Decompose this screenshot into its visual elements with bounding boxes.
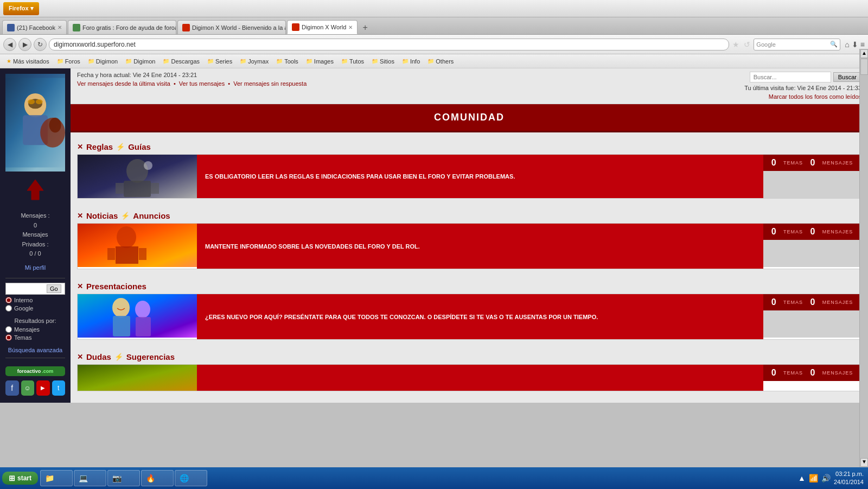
bookmark-tutos[interactable]: 📁 Tutos <box>338 57 367 66</box>
sidebar-go-button[interactable]: Go <box>47 284 61 293</box>
greenmonster-icon[interactable]: ☺ <box>21 380 35 396</box>
bookmark-star[interactable]: ★ <box>732 40 739 49</box>
ver-tus-link[interactable]: Ver tus mensajes <box>179 80 225 87</box>
tab-digimon-active[interactable]: Digimon X World ✕ <box>287 20 358 34</box>
bookmark-label-info: Info <box>410 58 420 65</box>
stat-mensajes-label-reglas: MENSAJES <box>822 160 853 166</box>
avatar-illustration <box>5 74 65 172</box>
bookmark-digimon1[interactable]: 📁 Digimon <box>85 57 121 66</box>
tab-favicon-foroayuda <box>73 24 80 31</box>
stats-presentaciones: 0 TEMAS 0 MENSAJES <box>763 294 861 339</box>
radio-temas[interactable] <box>5 334 12 341</box>
forum-row-presentaciones[interactable]: ¿ERES NUEVO POR AQUÍ? PRESÉNTATE PARA QU… <box>77 294 861 340</box>
my-profile-link[interactable]: Mi perfil <box>5 262 65 274</box>
stats-top-dudas: 0 TEMAS 0 MENSAJES <box>763 365 861 381</box>
forum-row-noticias[interactable]: MANTENTE INFORMADO SOBRE LAS NOVEDADES D… <box>77 223 861 269</box>
bookmark-joymax[interactable]: 📁 Joymax <box>237 57 272 66</box>
bookmark-others[interactable]: 📁 Others <box>424 57 457 66</box>
tab-label-digimon-bienvenido: Digimon X World - Bienvenido a la ad... <box>192 24 286 31</box>
tab-label-facebook: (21) Facebook <box>17 24 55 31</box>
search-icon: 🔍 <box>830 41 838 48</box>
tab-label-foroayuda: Foro gratis : Foro de ayuda de foroact..… <box>82 24 176 31</box>
forum-image-noticias <box>78 224 197 269</box>
forum-row-dudas[interactable]: 0 TEMAS 0 MENSAJES <box>77 364 861 391</box>
bookmark-info[interactable]: 📁 Info <box>399 57 423 66</box>
tab-digimon-bienvenido[interactable]: Digimon X World - Bienvenido a la ad... … <box>177 20 286 34</box>
tab-close-facebook[interactable]: ✕ <box>58 24 62 30</box>
youtube-icon[interactable]: ▶ <box>36 380 50 396</box>
svg-point-7 <box>49 118 61 133</box>
section-name-reglas: Reglas <box>86 142 113 151</box>
browser-search-text: Google <box>756 41 830 48</box>
bookmark-label-others: Others <box>436 58 454 65</box>
buscar-button[interactable]: Buscar <box>833 72 861 82</box>
top-info-row: Fecha y hora actual: Vie 24 Ene 2014 - 2… <box>77 72 861 100</box>
stat-mensajes-label-noticias: MENSAJES <box>822 229 853 234</box>
stats-dudas: 0 TEMAS 0 MENSAJES <box>763 365 861 391</box>
radio-google-row: Google <box>5 305 65 312</box>
folder-icon-info: 📁 <box>402 58 409 64</box>
temas-label-presentaciones: TEMAS <box>783 300 803 305</box>
sidebar-up-arrow <box>5 172 65 208</box>
scrollbar[interactable]: ▲ ▼ <box>859 49 868 403</box>
reload-icon[interactable]: ↺ <box>744 40 750 49</box>
folder-icon-descargas: 📁 <box>163 58 169 64</box>
bookmark-label-mas-visitados: Más visitados <box>13 58 49 65</box>
download-icon[interactable]: ⬇ <box>852 40 858 49</box>
sidebar-search-input[interactable] <box>6 283 47 294</box>
bookmark-tools[interactable]: 📁 Tools <box>273 57 302 66</box>
bookmark-label-joymax: Joymax <box>248 58 269 65</box>
stat-temas-presentaciones: 0 <box>771 297 776 307</box>
facebook-icon[interactable]: f <box>5 380 19 396</box>
tab-facebook[interactable]: (21) Facebook ✕ <box>2 20 67 34</box>
firefox-button[interactable]: Firefox ▾ <box>3 2 39 15</box>
stat-temas-dudas: 0 <box>771 368 776 378</box>
ver-sin-respuesta-link[interactable]: Ver mensajes sin respuesta <box>233 80 307 87</box>
bookmark-images[interactable]: 📁 Images <box>303 57 337 66</box>
top-search-input[interactable] <box>750 72 831 82</box>
home-icon[interactable]: ⌂ <box>845 40 849 49</box>
bookmark-series[interactable]: 📁 Series <box>204 57 235 66</box>
bookmark-descargas[interactable]: 📁 Descargas <box>159 57 203 66</box>
resultados-label: Resultados por: <box>5 317 65 324</box>
mark-all-row: Marcar todos los foros como leídos <box>744 93 861 100</box>
bookmark-foros[interactable]: 📁 Foros <box>54 57 84 66</box>
browser-tabs: (21) Facebook ✕ Foro gratis : Foro de ay… <box>0 17 868 35</box>
stats-top-noticias: 0 TEMAS 0 MENSAJES <box>763 224 861 240</box>
ver-mensajes-link[interactable]: Ver mensajes desde la última visita <box>77 80 170 87</box>
stat-mensajes-dudas: 0 <box>810 368 815 378</box>
browser-search-bar[interactable]: Google 🔍 <box>754 39 840 50</box>
bookmark-mas-visitados[interactable]: ★ Más visitados <box>3 57 53 66</box>
stat-mensajes-label-presentaciones: MENSAJES <box>822 300 853 305</box>
radio-interno[interactable] <box>5 297 12 303</box>
stat-mensajes-presentaciones: 0 <box>810 297 815 307</box>
back-button[interactable]: ◀ <box>3 38 16 51</box>
menu-icon[interactable]: ≡ <box>860 40 865 49</box>
lightning-icon-reglas: ⚡ <box>116 143 125 151</box>
new-tab-button[interactable]: + <box>359 21 372 34</box>
busqueda-avanzada-link[interactable]: Búsqueda avanzada <box>5 347 65 353</box>
bookmark-sitios[interactable]: 📁 Sitios <box>368 57 398 66</box>
marcar-todos-link[interactable]: Marcar todos los foros como leídos <box>769 93 861 100</box>
radio-mensajes[interactable] <box>5 326 12 333</box>
bookmark-digimon2[interactable]: 📁 Digimon <box>122 57 158 66</box>
forward-button[interactable]: ▶ <box>18 38 31 51</box>
radio-temas-row: Temas <box>5 334 65 341</box>
scrollbar-thumb[interactable] <box>860 59 868 75</box>
folder-icon-series: 📁 <box>207 58 214 64</box>
forum-row-reglas[interactable]: ES OBLIGATORIO LEER LAS REGLAS E INDICAC… <box>77 154 861 199</box>
foroactivo-logo[interactable]: foroactivo .com <box>5 366 65 376</box>
section-title-reglas: ✕ Reglas ⚡ Guías <box>77 139 861 154</box>
url-text: digimonxworld.superforo.net <box>54 41 136 48</box>
tab-foroayuda[interactable]: Foro gratis : Foro de ayuda de foroact..… <box>68 20 176 34</box>
stats-noticias: 0 TEMAS 0 MENSAJES <box>763 224 861 269</box>
url-bar[interactable]: digimonxworld.superforo.net <box>49 39 729 50</box>
twitter-icon[interactable]: t <box>52 380 66 396</box>
tab-close-digimon[interactable]: ✕ <box>348 24 353 30</box>
radio-interno-label: Interno <box>14 297 33 303</box>
community-header: COMUNIDAD <box>71 104 868 132</box>
tab-label-digimon: Digimon X World <box>302 24 346 30</box>
radio-google[interactable] <box>5 305 12 312</box>
scrollbar-up[interactable]: ▲ <box>860 49 868 58</box>
refresh-button[interactable]: ↻ <box>34 38 47 51</box>
